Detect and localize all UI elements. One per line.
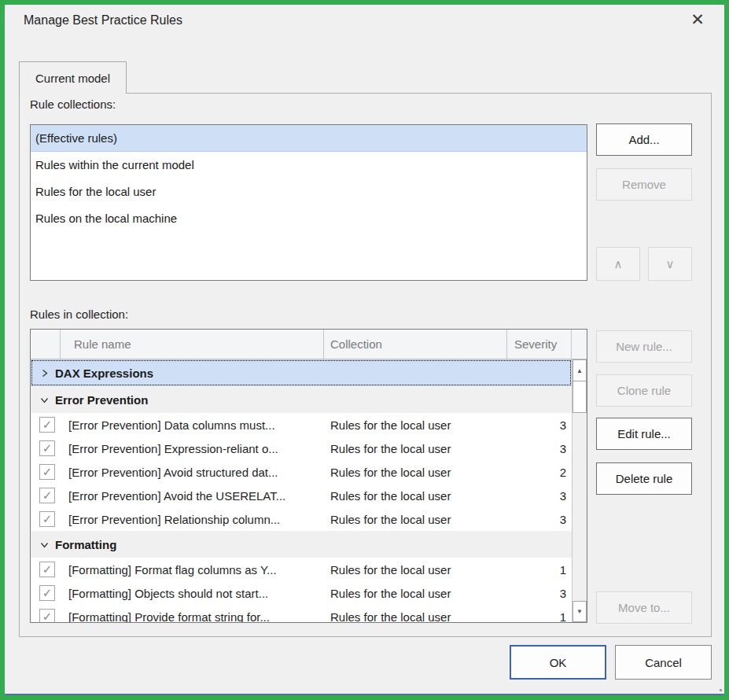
tab-page: Rule collections: (Effective rules)Rules…: [19, 93, 712, 637]
move-to-button[interactable]: Move to...: [596, 591, 692, 624]
rule-checkbox[interactable]: ✓: [39, 464, 55, 480]
rule-name: [Error Prevention] Avoid the USERELAT...: [68, 489, 324, 503]
rules-table: Rule name Collection Severity DAX Expres…: [30, 329, 587, 623]
rule-severity: 2: [507, 466, 572, 479]
rule-row[interactable]: ✓[Error Prevention] Avoid the USERELAT..…: [31, 484, 572, 507]
collection-list-item[interactable]: (Effective rules): [31, 125, 587, 152]
rule-severity: 3: [507, 489, 572, 503]
header-checkbox-column[interactable]: [31, 330, 61, 359]
rule-row[interactable]: ✓[Formatting] Objects should not start..…: [31, 581, 572, 605]
rule-row[interactable]: ✓[Error Prevention] Relationship column.…: [31, 507, 572, 531]
dialog-title: Manage Best Practice Rules: [24, 13, 182, 28]
table-scrollbar[interactable]: ▲ ▼: [572, 359, 587, 622]
rules-table-header: Rule name Collection Severity: [31, 330, 587, 359]
rule-row[interactable]: ✓[Error Prevention] Expression-reliant o…: [31, 437, 572, 460]
rule-row[interactable]: ✓[Error Prevention] Avoid structured dat…: [31, 460, 572, 484]
new-rule-button[interactable]: New rule...: [596, 330, 692, 363]
header-severity[interactable]: Severity: [507, 330, 572, 359]
scroll-down-icon[interactable]: ▼: [573, 601, 587, 622]
rule-collection: Rules for the local user: [330, 587, 507, 600]
rule-severity: 3: [507, 418, 572, 432]
rule-name: [Error Prevention] Expression-reliant o.…: [68, 442, 324, 455]
rule-collection: Rules for the local user: [330, 489, 507, 503]
header-rule-name[interactable]: Rule name: [61, 330, 324, 359]
rule-collection: Rules for the local user: [330, 610, 507, 623]
header-collection[interactable]: Collection: [324, 330, 507, 359]
rule-group-row[interactable]: DAX Expressions: [31, 359, 572, 386]
rule-severity: 1: [507, 563, 572, 577]
edit-rule-button[interactable]: Edit rule...: [596, 418, 692, 450]
window-bottom-accent: [5, 694, 724, 695]
rule-row[interactable]: ✓[Formatting] Provide format string for.…: [31, 605, 572, 622]
tab-current-model[interactable]: Current model: [19, 61, 127, 94]
rule-checkbox[interactable]: ✓: [39, 609, 55, 622]
collection-list-item[interactable]: Rules on the local machine: [31, 205, 587, 232]
rule-checkbox[interactable]: ✓: [39, 440, 55, 456]
scrollbar-track[interactable]: [573, 413, 587, 601]
rule-group-name: DAX Expressions: [55, 367, 153, 380]
rule-severity: 1: [507, 610, 572, 623]
rule-name: [Formatting] Format flag columns as Y...: [68, 563, 324, 577]
rule-checkbox[interactable]: ✓: [39, 562, 55, 577]
rule-collection: Rules for the local user: [330, 466, 507, 479]
rule-row[interactable]: ✓[Formatting] Format flag columns as Y..…: [31, 558, 572, 581]
rule-collection: Rules for the local user: [330, 442, 507, 455]
rules-rows: DAX ExpressionsError Prevention✓[Error P…: [31, 359, 572, 622]
rule-severity: 3: [507, 587, 572, 600]
resize-grip[interactable]: [720, 689, 722, 691]
scroll-up-icon[interactable]: ▲: [573, 359, 587, 381]
chevron-right-icon[interactable]: [40, 369, 49, 378]
collection-list-item[interactable]: Rules within the current model: [31, 152, 587, 179]
rule-group-row[interactable]: Error Prevention: [31, 386, 572, 413]
rule-name: [Formatting] Objects should not start...: [68, 587, 324, 600]
rule-group-name: Error Prevention: [55, 393, 148, 407]
rule-severity: 3: [507, 513, 572, 526]
rule-name: [Error Prevention] Relationship column..…: [68, 513, 324, 526]
rule-name: [Formatting] Provide format string for..…: [68, 610, 324, 623]
delete-rule-button[interactable]: Delete rule: [596, 462, 692, 495]
rule-name: [Error Prevention] Data columns must...: [68, 418, 324, 432]
rule-collection: Rules for the local user: [330, 513, 507, 526]
rule-group-row[interactable]: Formatting: [31, 531, 572, 558]
header-scrollbar-cap: [572, 330, 587, 359]
ok-button[interactable]: OK: [510, 645, 606, 680]
move-down-button[interactable]: ∨: [648, 247, 692, 281]
close-icon[interactable]: ✕: [686, 8, 709, 31]
rule-name: [Error Prevention] Avoid structured dat.…: [68, 466, 324, 479]
rule-collections-label: Rule collections:: [30, 98, 116, 111]
rule-collections-list[interactable]: (Effective rules)Rules within the curren…: [30, 124, 587, 281]
chevron-down-icon[interactable]: [40, 396, 49, 404]
rule-row[interactable]: ✓[Error Prevention] Data columns must...…: [31, 413, 572, 437]
rule-checkbox[interactable]: ✓: [39, 511, 55, 527]
rules-in-collection-label: Rules in collection:: [30, 308, 128, 321]
rule-group-name: Formatting: [55, 538, 116, 551]
move-up-button[interactable]: ∧: [596, 247, 640, 281]
collection-list-item[interactable]: Rules for the local user: [31, 179, 587, 205]
rule-checkbox[interactable]: ✓: [39, 585, 55, 601]
rule-checkbox[interactable]: ✓: [39, 488, 55, 503]
rule-checkbox[interactable]: ✓: [39, 417, 55, 433]
scrollbar-thumb[interactable]: [573, 381, 587, 413]
add-button[interactable]: Add...: [596, 123, 692, 156]
remove-button[interactable]: Remove: [596, 168, 692, 201]
clone-rule-button[interactable]: Clone rule: [596, 374, 692, 407]
rule-collection: Rules for the local user: [330, 418, 507, 432]
chevron-down-icon[interactable]: [40, 540, 49, 549]
rule-severity: 3: [507, 442, 572, 455]
rule-collection: Rules for the local user: [330, 563, 507, 577]
cancel-button[interactable]: Cancel: [615, 645, 712, 680]
